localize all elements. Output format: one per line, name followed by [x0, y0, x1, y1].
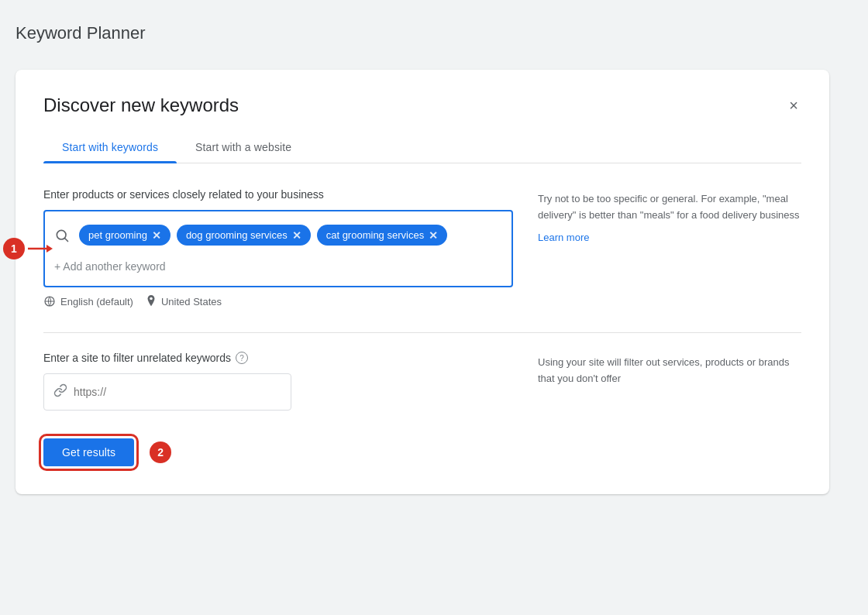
url-input-wrap [43, 373, 291, 411]
add-keyword-placeholder[interactable]: + Add another keyword [54, 260, 166, 273]
chip-close-dog-grooming[interactable]: ✕ [292, 230, 301, 241]
main-card: Discover new keywords × Start with keywo… [16, 70, 829, 494]
close-button[interactable]: × [786, 94, 801, 116]
page-title: Keyword Planner [16, 15, 852, 51]
svg-point-5 [150, 297, 153, 301]
language-label: English (default) [60, 296, 133, 308]
keywords-section: Enter products or services closely relat… [43, 188, 801, 308]
chip-close-pet-grooming[interactable]: ✕ [152, 230, 161, 241]
tab-keywords[interactable]: Start with keywords [43, 132, 177, 163]
keyword-chip-cat-grooming[interactable]: cat grooming services ✕ [317, 225, 447, 246]
keywords-left: Enter products or services closely relat… [43, 188, 513, 308]
link-icon [53, 383, 67, 400]
language-location-row: English (default) United States [43, 295, 513, 308]
language-icon [43, 295, 56, 308]
svg-line-3 [65, 239, 68, 242]
section-divider [43, 332, 801, 333]
keywords-section-label: Enter products or services closely relat… [43, 188, 513, 201]
tab-website[interactable]: Start with a website [177, 132, 310, 163]
keyword-chip-dog-grooming[interactable]: dog grooming services ✕ [177, 225, 311, 246]
filter-hint-text: Using your site will filter out services… [538, 355, 801, 387]
search-icon [54, 228, 70, 243]
card-header: Discover new keywords × [43, 94, 801, 116]
annotation-arrow-1 [28, 242, 53, 255]
filter-left: Enter a site to filter unrelated keyword… [43, 352, 513, 411]
keywords-hint-text: Try not to be too specific or general. F… [538, 191, 801, 224]
card-footer: Get results 2 [43, 438, 801, 466]
svg-marker-1 [46, 245, 53, 253]
keyword-chip-pet-grooming[interactable]: pet grooming ✕ [79, 225, 170, 246]
location-label: United States [161, 296, 222, 308]
annotation-circle-1: 1 [3, 238, 25, 259]
location-item[interactable]: United States [146, 295, 222, 308]
filter-hint: Using your site will filter out services… [538, 352, 801, 411]
annotation-circle-2: 2 [150, 441, 171, 463]
learn-more-link[interactable]: Learn more [538, 232, 589, 243]
keywords-hint: Try not to be too specific or general. F… [538, 188, 801, 308]
chip-close-cat-grooming[interactable]: ✕ [429, 230, 438, 241]
filter-section: Enter a site to filter unrelated keyword… [43, 352, 801, 411]
url-input[interactable] [74, 386, 281, 398]
card-title: Discover new keywords [43, 94, 239, 116]
info-icon[interactable]: ? [236, 352, 248, 364]
keywords-input-box[interactable]: pet grooming ✕ dog grooming services ✕ c… [43, 210, 513, 287]
filter-label-row: Enter a site to filter unrelated keyword… [43, 352, 513, 364]
language-item[interactable]: English (default) [43, 295, 133, 308]
filter-label-text: Enter a site to filter unrelated keyword… [43, 352, 231, 364]
location-icon [146, 295, 157, 308]
get-results-button[interactable]: Get results [43, 438, 134, 466]
tabs-container: Start with keywords Start with a website [43, 132, 801, 163]
